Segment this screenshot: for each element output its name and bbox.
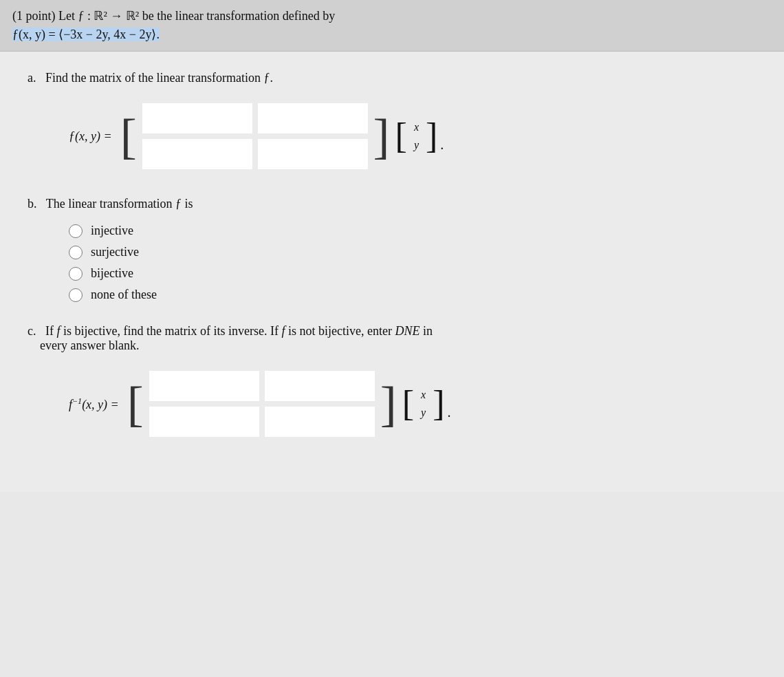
radio-item-bijective[interactable]: bijective bbox=[69, 266, 756, 281]
part-a-equation: ƒ(x, y) = [ ] [ x y ] . bbox=[69, 98, 756, 175]
part-b: b. The linear transformation ƒ is inject… bbox=[28, 197, 756, 302]
header-line1: (1 point) Let ƒ : ℝ² → ℝ² be the linear … bbox=[12, 7, 772, 25]
part-c-inverse-sup: −1 bbox=[72, 396, 82, 406]
part-a-vector: [ x y ] . bbox=[395, 117, 444, 155]
matrix-a-cell-12[interactable] bbox=[258, 103, 368, 133]
part-b-label: b. The linear transformation ƒ is bbox=[28, 197, 756, 211]
header-section: (1 point) Let ƒ : ℝ² → ℝ² be the linear … bbox=[0, 0, 784, 52]
part-c-equation: f−1(x, y) = [ ] [ x y ] . bbox=[69, 365, 756, 442]
part-c-equation-label: f−1(x, y) = bbox=[69, 396, 119, 412]
radio-injective[interactable] bbox=[69, 224, 83, 238]
radio-surjective[interactable] bbox=[69, 246, 83, 259]
part-c-letter: c. bbox=[28, 324, 36, 338]
radio-bijective[interactable] bbox=[69, 267, 83, 281]
vector-c-y: y bbox=[417, 405, 430, 420]
part-a-label: a. Find the matrix of the linear transfo… bbox=[28, 71, 756, 85]
part-c-label: c. If f is bijective, find the matrix of… bbox=[28, 324, 756, 353]
radio-item-injective[interactable]: injective bbox=[69, 224, 756, 238]
part-c-dne: DNE bbox=[395, 324, 420, 338]
matrix-c-cell-12[interactable] bbox=[265, 371, 375, 401]
radio-label-surjective[interactable]: surjective bbox=[91, 245, 139, 259]
part-a-equation-label: ƒ(x, y) = bbox=[69, 129, 112, 144]
part-a-vector-cells: x y bbox=[407, 117, 426, 155]
header-text-line2: ƒ(x, y) = ⟨−3x − 2y, 4x − 2y⟩. bbox=[12, 28, 160, 41]
radio-group: injective surjective bijective none of t… bbox=[69, 224, 756, 302]
part-c: c. If f is bijective, find the matrix of… bbox=[28, 324, 756, 442]
matrix-c-cell-22[interactable] bbox=[265, 407, 375, 437]
matrix-a-cell-22[interactable] bbox=[258, 139, 368, 169]
radio-none[interactable] bbox=[69, 288, 83, 302]
right-bracket-c: ] bbox=[380, 379, 397, 429]
matrix-a-cell-21[interactable] bbox=[142, 139, 252, 169]
matrix-c-cell-11[interactable] bbox=[149, 371, 259, 401]
part-b-text: The linear transformation ƒ is bbox=[46, 197, 193, 211]
dot-a: . bbox=[440, 137, 444, 153]
vector-c-x: x bbox=[417, 387, 430, 402]
part-a: a. Find the matrix of the linear transfo… bbox=[28, 71, 756, 175]
vector-right-bracket-c: ] bbox=[433, 386, 444, 422]
part-b-letter: b. bbox=[28, 197, 37, 211]
radio-label-injective[interactable]: injective bbox=[91, 224, 133, 238]
part-a-matrix-cells bbox=[140, 98, 371, 175]
radio-item-none[interactable]: none of these bbox=[69, 288, 756, 302]
main-content: a. Find the matrix of the linear transfo… bbox=[0, 52, 784, 492]
left-bracket-a: [ bbox=[120, 111, 137, 161]
radio-label-bijective[interactable]: bijective bbox=[91, 266, 133, 281]
header-text-line1: (1 point) Let ƒ : ℝ² → ℝ² be the linear … bbox=[12, 9, 335, 23]
header-line2: ƒ(x, y) = ⟨−3x − 2y, 4x − 2y⟩. bbox=[12, 25, 772, 44]
matrix-c-cell-21[interactable] bbox=[149, 407, 259, 437]
radio-item-surjective[interactable]: surjective bbox=[69, 245, 756, 259]
part-c-f2: f bbox=[281, 324, 285, 338]
part-a-matrix: [ ] bbox=[120, 98, 390, 175]
vector-a-y: y bbox=[410, 138, 423, 153]
vector-right-bracket-a: ] bbox=[426, 118, 437, 154]
radio-label-none[interactable]: none of these bbox=[91, 288, 157, 302]
vector-a-x: x bbox=[410, 120, 423, 135]
part-c-f1: f bbox=[57, 324, 61, 338]
part-c-matrix: [ ] bbox=[127, 365, 397, 442]
vector-left-bracket-a: [ bbox=[395, 118, 407, 154]
right-bracket-a: ] bbox=[373, 111, 390, 161]
part-a-text: Find the matrix of the linear transforma… bbox=[45, 71, 273, 85]
part-c-vector: [ x y ] . bbox=[402, 385, 451, 423]
part-c-text: If f is bijective, find the matrix of it… bbox=[28, 324, 433, 352]
part-c-matrix-cells bbox=[146, 365, 378, 442]
part-c-vector-cells: x y bbox=[414, 385, 433, 423]
part-a-letter: a. bbox=[28, 71, 36, 85]
dot-c: . bbox=[447, 405, 450, 420]
vector-left-bracket-c: [ bbox=[402, 386, 414, 422]
matrix-a-cell-11[interactable] bbox=[142, 103, 252, 133]
left-bracket-c: [ bbox=[127, 379, 144, 429]
